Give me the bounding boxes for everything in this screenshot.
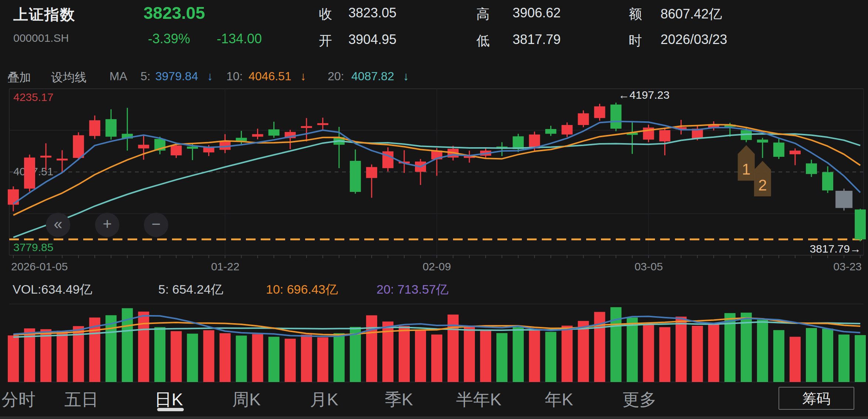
bottom-divider [0,416,868,419]
tab-monthly-k[interactable]: 月K [310,388,338,411]
tab-minute[interactable]: 分时 [1,388,36,411]
x-axis-label: 03-23 [833,260,862,273]
ma10-value: 4046.51 [249,70,291,83]
set-ma-button[interactable]: 设均线 [51,70,87,86]
volume-current-label: VOL:634.49亿 [13,281,92,298]
ma-label: MA [109,70,127,83]
ma5-period: 5: [141,70,151,83]
svg-text:2: 2 [758,176,767,194]
stat-high-label: 高 [476,5,490,23]
minus-icon: − [152,215,161,233]
tab-five-day[interactable]: 五日 [64,388,98,411]
x-axis-label: 02-09 [423,260,451,273]
tab-more[interactable]: 更多 [622,388,656,411]
volume-ma20-label: 20: 713.57亿 [376,281,449,298]
scale-max-label: 4235.17 [13,91,53,104]
index-title: 上证指数 [13,4,75,25]
period-low-annotation: 3817.79→ [787,243,861,255]
svg-text:1: 1 [742,160,750,178]
volume-ma10-label: 10: 696.43亿 [266,281,338,298]
stat-time-label: 时 [629,32,642,50]
x-axis-label: 2026-01-05 [11,260,68,273]
stat-open-label: 开 [319,32,332,50]
tab-weekly-k[interactable]: 周K [232,388,261,411]
period-high-annotation: ←4197.23 [618,89,669,101]
ma10-period: 10: [226,70,243,83]
double-chevron-left-icon: « [54,215,62,233]
stat-low-value: 3817.79 [513,32,561,47]
stat-close-value: 3823.05 [348,5,396,21]
ma20-period: 20: [328,70,344,83]
ma20-down-arrow-icon: ↓ [403,70,409,83]
tab-quarterly-k[interactable]: 季K [385,388,413,411]
ma5-down-arrow-icon: ↓ [207,70,213,83]
zoom-out-button[interactable]: − [144,213,168,237]
stat-open-value: 3904.95 [348,32,396,47]
last-price: 3823.05 [143,3,205,23]
stat-time-value: 2026/03/23 [661,32,727,47]
volume-ma5-label: 5: 654.24亿 [158,281,223,298]
chip-distribution-button[interactable]: 筹码 [779,387,854,410]
ma20-value: 4087.82 [351,70,394,83]
stat-high-value: 3906.62 [513,5,561,21]
tab-half-year-k[interactable]: 半年K [456,388,501,411]
stat-amount-label: 额 [629,5,642,23]
ma10-down-arrow-icon: ↓ [300,70,306,83]
x-axis-label: 01-22 [211,260,240,273]
zoom-in-button[interactable]: + [95,213,119,237]
change-percent: -3.39% [148,31,190,47]
index-code: 000001.SH [13,32,69,44]
stat-amount-value: 8607.42亿 [661,5,722,23]
stat-low-label: 低 [476,32,490,50]
chart-canvas[interactable]: 4007.5112 [0,0,868,419]
plus-icon: + [103,215,112,233]
stat-close-label: 收 [319,5,332,23]
x-axis-label: 03-05 [635,260,663,273]
app-window: 4007.5112 上证指数 000001.SH 3823.05 -3.39% … [0,0,868,419]
overlay-button[interactable]: 叠加 [7,70,31,86]
collapse-left-button[interactable]: « [46,213,70,237]
ma5-value: 3979.84 [155,70,198,83]
tab-yearly-k[interactable]: 年K [545,388,573,411]
scale-min-label: 3779.85 [13,241,53,254]
active-tab-underline [157,408,184,411]
change-amount: -134.00 [217,31,262,47]
